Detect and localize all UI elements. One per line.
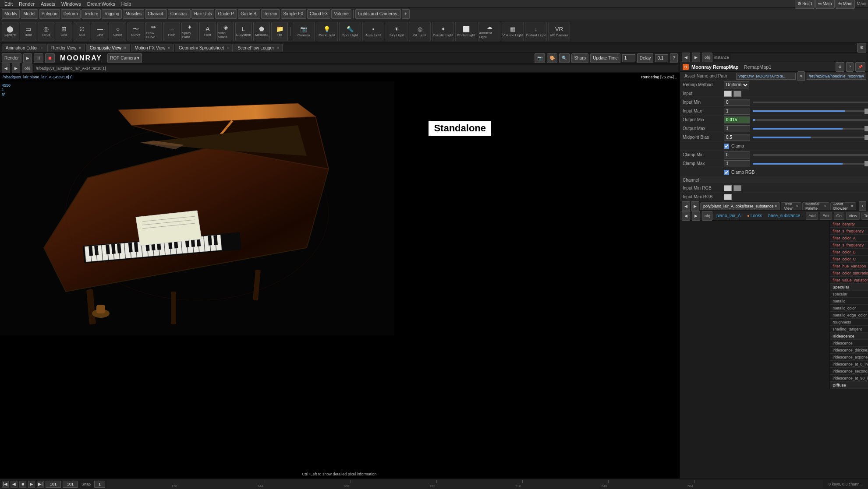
timeline-frame-end-input[interactable] <box>63 481 78 488</box>
menu-help[interactable]: Help <box>119 0 134 7</box>
ng-edit-btn[interactable]: Edit <box>820 212 832 220</box>
guideb-btn[interactable]: Guide B. <box>238 9 260 19</box>
input-swatch2[interactable] <box>733 91 741 97</box>
ng-tab-materialpalette-close[interactable]: × <box>824 204 826 208</box>
nav-forward-btn[interactable]: ▶ <box>12 63 20 73</box>
output-max-slider[interactable] <box>753 128 868 130</box>
timeline-stop-btn[interactable]: ■ <box>19 481 26 488</box>
ng-add-btn[interactable]: Add <box>806 212 818 220</box>
constrai-btn[interactable]: Constrai. <box>168 9 191 19</box>
render-delay-input[interactable] <box>655 54 668 62</box>
simplefx-btn[interactable]: Simple FX <box>281 9 306 19</box>
input-color-swatch[interactable] <box>724 91 732 97</box>
ng-looks-label[interactable]: ● Looks <box>745 212 765 220</box>
volume-light-btn[interactable]: ▦ Volume Light <box>502 22 524 41</box>
guidep-btn[interactable]: Guide P. <box>215 9 237 19</box>
tool-spraypaint[interactable]: ✦ Spray Paint <box>181 22 198 41</box>
menu-windows[interactable]: Windows <box>59 0 84 7</box>
polygon-btn[interactable]: Polygon <box>39 9 60 19</box>
tool-path[interactable]: → Path <box>163 22 180 41</box>
ng-tab-materialpalette[interactable]: Material Palette × <box>802 202 829 210</box>
tool-curve[interactable]: 〜 Curve <box>128 22 144 41</box>
input-min-slider[interactable] <box>753 102 868 103</box>
tab-motion-fx[interactable]: Motion FX View × <box>131 44 174 52</box>
clamp-min-input[interactable] <box>724 151 750 158</box>
menu-assets[interactable]: Assets <box>38 0 58 7</box>
clamp-min-slider[interactable] <box>753 154 868 156</box>
ng-tab-treeview[interactable]: Tree View × <box>781 202 801 210</box>
tab-composite-view[interactable]: Composite View × <box>86 44 130 52</box>
ng-tools-btn[interactable]: Tools <box>861 212 868 220</box>
tab-composite-view-close[interactable]: × <box>124 46 126 50</box>
render-sharp-btn[interactable]: Sharp <box>571 53 588 63</box>
hairutils-btn[interactable]: Hair Utils <box>191 9 215 19</box>
prop-gear-btn[interactable]: ⚙ <box>836 62 844 72</box>
main-branch-button[interactable]: ⇆ Main <box>815 0 835 9</box>
ng-add-tab-btn[interactable]: + <box>859 201 866 211</box>
asset-path-input[interactable] <box>807 73 866 80</box>
ng-nav-back[interactable]: ◀ <box>682 201 690 211</box>
charact-btn[interactable]: Charact. <box>145 9 167 19</box>
ng-tab-treeview-close[interactable]: × <box>796 204 798 208</box>
vr-camera-btn[interactable]: VR VR Camera <box>548 22 570 41</box>
menu-edit[interactable]: Edit <box>2 0 15 7</box>
rp-nav-back[interactable]: ◀ <box>682 53 690 62</box>
render-button[interactable]: Render <box>2 53 21 63</box>
caustic-light-btn[interactable]: ✦ Caustic Light <box>432 22 454 41</box>
clamp-max-slider[interactable] <box>753 163 868 165</box>
tab-animation-editor-close[interactable]: × <box>40 46 43 50</box>
output-max-input[interactable] <box>724 125 750 132</box>
tab-animation-editor[interactable]: Animation Editor × <box>2 44 46 52</box>
render-pause-btn[interactable]: ⏸ <box>34 53 43 63</box>
ng-substance-label[interactable]: base_substance <box>766 212 802 220</box>
tab-render-view-close[interactable]: × <box>79 46 81 50</box>
input-max-slider[interactable] <box>753 110 868 112</box>
clamp-max-input[interactable] <box>724 160 750 167</box>
gl-light-btn[interactable]: ◎ GL Light <box>409 22 431 41</box>
point-light-btn[interactable]: 💡 Point Light <box>316 22 338 41</box>
tool-sphere[interactable]: ⬤ Sphere <box>2 22 18 41</box>
render-help-btn[interactable]: ? <box>670 53 678 63</box>
tool-font[interactable]: A Font <box>199 22 216 41</box>
timeline-frame-input[interactable] <box>46 481 61 488</box>
camera-btn[interactable]: 📷 Camera <box>293 22 315 41</box>
snap-input[interactable] <box>94 481 105 488</box>
timeline-end-btn[interactable]: ▶| <box>37 481 44 488</box>
sky-light-btn[interactable]: ☀ Sky Light <box>386 22 407 41</box>
asset-dropdown-btn[interactable]: ▾ <box>797 71 805 81</box>
prop-pin-btn[interactable]: 📌 <box>855 62 865 72</box>
input-min-rgb-swatch[interactable] <box>724 185 732 191</box>
deform-btn[interactable]: Deform <box>61 9 81 19</box>
spot-light-btn[interactable]: 🔦 Spot Light <box>339 22 361 41</box>
render-play-btn[interactable]: ▶ <box>23 53 32 63</box>
ng-view-btn[interactable]: View <box>846 212 860 220</box>
asset-name-input[interactable] <box>736 73 796 80</box>
tool-grid[interactable]: ⊞ Grid <box>56 22 72 41</box>
muscles-btn[interactable]: Muscles <box>123 9 144 19</box>
texture-btn[interactable]: Texture <box>81 9 101 19</box>
tab-geometry-spreadsheet[interactable]: Geometry Spreadsheet × <box>175 44 233 52</box>
model-btn[interactable]: Model <box>21 9 38 19</box>
ng-toolbar-back[interactable]: ◀ <box>682 211 690 221</box>
distant-light-btn[interactable]: ↓ Distant Light <box>525 22 547 41</box>
tool-tube[interactable]: ▭ Tube <box>20 22 36 41</box>
timeline-play-btn[interactable]: ▶ <box>28 481 35 488</box>
tool-circle[interactable]: ○ Circle <box>110 22 126 41</box>
terrain-btn[interactable]: Terrain <box>261 9 280 19</box>
remap-method-select[interactable]: Uniform Linear <box>724 81 749 88</box>
clamp-rgb-checkbox[interactable] <box>724 170 729 175</box>
add-light-btn[interactable]: + <box>402 9 410 19</box>
input-max-rgb-swatch[interactable] <box>724 194 732 200</box>
input-min-input[interactable] <box>724 99 750 106</box>
tab-sceneflow-logger-close[interactable]: × <box>277 46 279 50</box>
rigging-btn[interactable]: Rigging <box>102 9 122 19</box>
rp-obj-btn[interactable]: obj <box>702 53 712 62</box>
rp-nav-forward[interactable]: ▶ <box>692 53 700 62</box>
modify-btn[interactable]: Modify <box>2 9 20 19</box>
output-min-input[interactable] <box>724 116 750 123</box>
build-mode-button[interactable]: ⚙ Build <box>795 0 815 9</box>
ng-nav-forward[interactable]: ▶ <box>691 201 699 211</box>
render-icons3-btn[interactable]: 🔍 <box>559 53 570 63</box>
tool-line[interactable]: — Line <box>92 22 108 41</box>
nav-obj-btn[interactable]: obj <box>22 63 32 73</box>
